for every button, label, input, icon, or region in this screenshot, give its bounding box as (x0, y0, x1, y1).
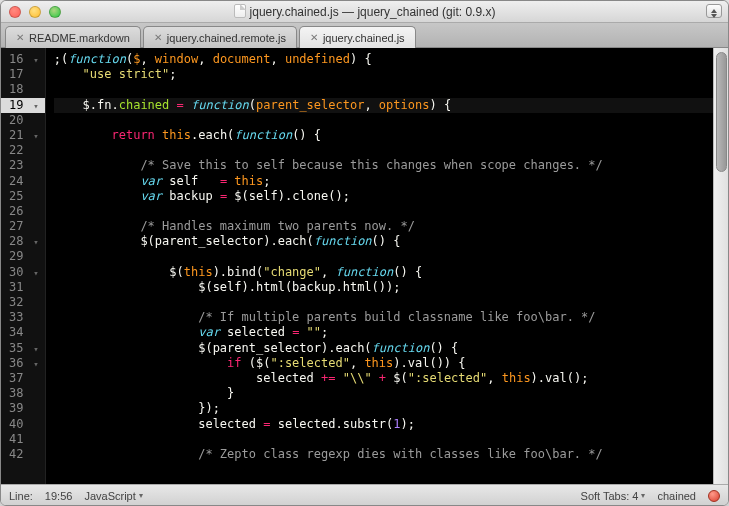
fold-icon[interactable] (31, 296, 39, 311)
line-number[interactable]: 27 (9, 219, 39, 234)
fold-icon[interactable] (31, 387, 39, 402)
line-number[interactable]: 37 (9, 371, 39, 386)
line-number[interactable]: 26 (9, 204, 39, 219)
fold-icon[interactable]: ▾ (31, 266, 39, 281)
chevron-down-icon: ▾ (641, 491, 645, 500)
fold-icon[interactable] (31, 205, 39, 220)
fold-icon[interactable] (31, 433, 39, 448)
fold-icon[interactable] (31, 448, 39, 463)
fold-icon[interactable] (31, 83, 39, 98)
line-number[interactable]: 28 ▾ (9, 234, 39, 249)
fold-icon[interactable]: ▾ (31, 342, 39, 357)
line-number[interactable]: 36 ▾ (9, 356, 39, 371)
fold-icon[interactable] (31, 250, 39, 265)
line-number[interactable]: 34 (9, 325, 39, 340)
fold-icon[interactable] (31, 220, 39, 235)
tab-label: jquery.chained.js (323, 32, 405, 44)
line-number[interactable]: 31 (9, 280, 39, 295)
line-number[interactable]: 42 (9, 447, 39, 462)
line-number[interactable]: 25 (9, 189, 39, 204)
close-icon[interactable]: ✕ (154, 32, 162, 43)
line-number[interactable]: 32 (9, 295, 39, 310)
fold-icon[interactable]: ▾ (31, 357, 39, 372)
line-number[interactable]: 18 (9, 82, 39, 97)
line-number[interactable]: 19 ▾ (1, 98, 45, 113)
line-number[interactable]: 16 ▾ (9, 52, 39, 67)
fold-icon[interactable]: ▾ (31, 53, 39, 68)
fold-icon[interactable] (31, 402, 39, 417)
language-selector[interactable]: JavaScript ▾ (84, 490, 142, 502)
fold-icon[interactable] (31, 311, 39, 326)
branch-selector[interactable]: chained (657, 490, 696, 502)
line-number[interactable]: 22 (9, 143, 39, 158)
fold-icon[interactable] (31, 281, 39, 296)
vertical-scrollbar[interactable] (713, 48, 728, 484)
expand-icon (711, 9, 717, 13)
close-icon[interactable]: ✕ (310, 32, 318, 43)
fold-icon[interactable] (31, 326, 39, 341)
zoom-window-button[interactable] (49, 6, 61, 18)
dirty-indicator-icon (708, 490, 720, 502)
close-window-button[interactable] (9, 6, 21, 18)
fold-icon[interactable] (31, 418, 39, 433)
fold-icon[interactable] (31, 159, 39, 174)
line-number[interactable]: 21 ▾ (9, 128, 39, 143)
line-number[interactable]: 35 ▾ (9, 341, 39, 356)
tab-remote-js[interactable]: ✕jquery.chained.remote.js (143, 26, 297, 48)
fold-icon[interactable] (31, 372, 39, 387)
window-title: jquery.chained.js — jquery_chained (git:… (1, 4, 728, 19)
fold-icon[interactable] (31, 114, 39, 129)
document-icon (234, 4, 246, 18)
fold-icon[interactable] (31, 190, 39, 205)
tab-bar: ✕README.markdown ✕jquery.chained.remote.… (1, 23, 728, 48)
scrollbar-thumb[interactable] (716, 52, 727, 172)
chevron-down-icon: ▾ (139, 491, 143, 500)
indent-selector[interactable]: Soft Tabs: 4 ▾ (581, 490, 646, 502)
cursor-position[interactable]: 19:56 (45, 490, 73, 502)
titlebar: jquery.chained.js — jquery_chained (git:… (1, 1, 728, 23)
status-bar: Line: 19:56 JavaScript ▾ Soft Tabs: 4 ▾ … (1, 484, 728, 506)
fold-icon[interactable] (31, 175, 39, 190)
tab-chained-js[interactable]: ✕jquery.chained.js (299, 26, 416, 48)
line-number[interactable]: 20 (9, 113, 39, 128)
line-number[interactable]: 30 ▾ (9, 265, 39, 280)
close-icon[interactable]: ✕ (16, 32, 24, 43)
line-number[interactable]: 33 (9, 310, 39, 325)
line-number[interactable]: 39 (9, 401, 39, 416)
tab-label: README.markdown (29, 32, 130, 44)
line-number[interactable]: 40 (9, 417, 39, 432)
line-number[interactable]: 23 (9, 158, 39, 173)
fold-icon[interactable] (31, 144, 39, 159)
editor-area: 16 ▾17 18 19 ▾20 21 ▾22 23 24 25 26 27 2… (1, 48, 728, 484)
fold-icon[interactable]: ▾ (31, 129, 39, 144)
line-number[interactable]: 38 (9, 386, 39, 401)
minimize-window-button[interactable] (29, 6, 41, 18)
fold-icon[interactable]: ▾ (31, 235, 39, 250)
line-label: Line: (9, 490, 33, 502)
line-number[interactable]: 24 (9, 174, 39, 189)
tab-readme[interactable]: ✕README.markdown (5, 26, 141, 48)
traffic-lights (9, 6, 61, 18)
line-number[interactable]: 17 (9, 67, 39, 82)
fold-icon[interactable]: ▾ (31, 99, 39, 114)
tab-label: jquery.chained.remote.js (167, 32, 286, 44)
line-number[interactable]: 29 (9, 249, 39, 264)
code-content[interactable]: ;(function($, window, document, undefine… (46, 48, 728, 484)
line-number[interactable]: 41 (9, 432, 39, 447)
fullscreen-button[interactable] (706, 4, 722, 18)
line-number-gutter[interactable]: 16 ▾17 18 19 ▾20 21 ▾22 23 24 25 26 27 2… (1, 48, 46, 484)
fold-icon[interactable] (31, 68, 39, 83)
